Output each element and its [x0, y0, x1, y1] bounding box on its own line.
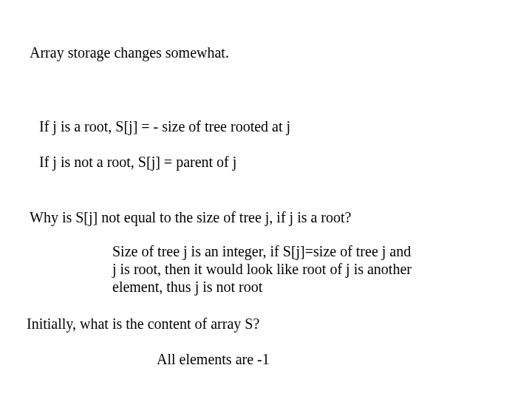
answer1-line1: Size of tree j is an integer, if S[j]=si… — [112, 242, 460, 260]
question-why-not-size: Why is S[j] not equal to the size of tre… — [30, 209, 351, 226]
answer-initial-content: All elements are -1 — [157, 351, 270, 368]
answer1-line3: element, thus j is not root — [112, 278, 460, 296]
answer1-line2: j is root, then it would look like root … — [112, 260, 460, 278]
question-initial-content: Initially, what is the content of array … — [27, 316, 259, 332]
rule-nonroot: If j is not a root, S[j] = parent of j — [39, 154, 236, 171]
rule-root: If j is a root, S[j] = - size of tree ro… — [39, 118, 290, 135]
answer-why-not-size: Size of tree j is an integer, if S[j]=si… — [112, 242, 460, 296]
slide: Array storage changes somewhat. If j is … — [0, 0, 532, 399]
heading-text: Array storage changes somewhat. — [30, 44, 229, 61]
